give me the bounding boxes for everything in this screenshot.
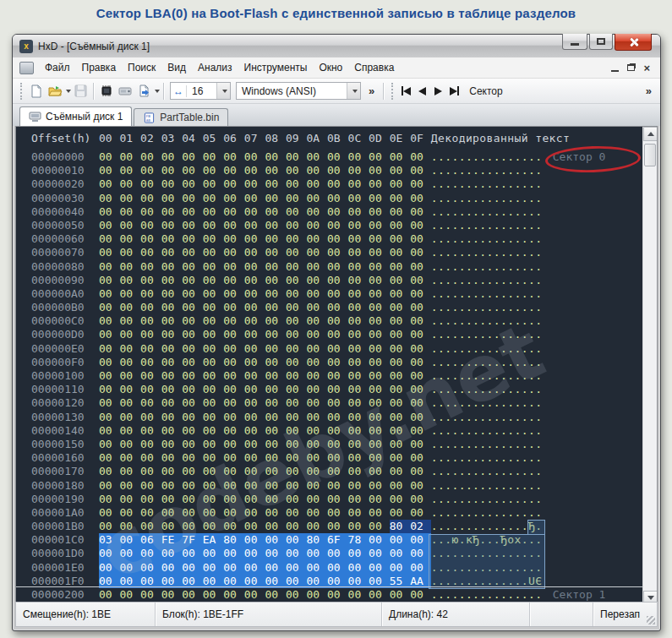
decoded-text[interactable]: ................ bbox=[431, 301, 544, 314]
hex-byte-cell[interactable]: 00 bbox=[348, 192, 369, 205]
hex-byte-cell[interactable]: 00 bbox=[120, 328, 141, 341]
hex-byte-cell[interactable]: 00 bbox=[203, 588, 224, 602]
hex-byte-cell[interactable]: 00 bbox=[306, 192, 327, 205]
hex-byte-cell[interactable]: 00 bbox=[161, 314, 183, 328]
hex-byte-cell[interactable]: 00 bbox=[120, 588, 141, 602]
decoded-text[interactable]: ................ bbox=[431, 150, 544, 164]
new-file-button[interactable] bbox=[27, 82, 46, 101]
hex-byte-cell[interactable]: 00 bbox=[390, 274, 411, 287]
hex-byte-cell[interactable]: 00 bbox=[120, 561, 141, 575]
hex-byte-cell[interactable]: 00 bbox=[390, 232, 411, 246]
hex-byte-cell[interactable]: 00 bbox=[182, 356, 203, 369]
hex-byte-cell[interactable]: 00 bbox=[120, 301, 141, 314]
hex-byte-cell[interactable]: 00 bbox=[348, 287, 369, 301]
hex-byte-cell[interactable]: 00 bbox=[327, 493, 348, 506]
hex-byte-cell[interactable]: 00 bbox=[410, 396, 431, 410]
decoded-text[interactable]: ................ bbox=[431, 314, 544, 328]
hex-byte-cell[interactable]: 00 bbox=[161, 246, 183, 259]
hex-byte-cell[interactable]: 00 bbox=[182, 301, 203, 314]
hex-byte-cell[interactable]: 00 bbox=[182, 369, 203, 383]
hex-byte-cell[interactable]: 00 bbox=[244, 451, 265, 465]
hex-byte-cell[interactable]: 06 bbox=[140, 533, 161, 547]
hex-byte-cell[interactable]: 00 bbox=[410, 192, 431, 205]
hex-byte-cell[interactable]: 00 bbox=[182, 219, 203, 232]
hex-byte-cell[interactable]: 00 bbox=[286, 192, 307, 205]
hex-byte-cell[interactable]: 00 bbox=[203, 411, 224, 424]
hex-byte-cell[interactable]: 00 bbox=[140, 547, 161, 560]
hex-byte-cell[interactable]: 00 bbox=[410, 287, 431, 301]
hex-byte-cell[interactable]: 00 bbox=[140, 287, 161, 301]
decoded-text[interactable]: ................ bbox=[431, 287, 544, 301]
hex-byte-cell[interactable]: 00 bbox=[327, 301, 348, 314]
hex-byte-cell[interactable]: 00 bbox=[369, 520, 390, 533]
hex-byte-cell[interactable]: 00 bbox=[348, 479, 369, 493]
hex-byte-cell[interactable]: 00 bbox=[327, 424, 348, 438]
hex-byte-cell[interactable]: 00 bbox=[265, 438, 286, 451]
hex-byte-cell[interactable]: 00 bbox=[223, 396, 244, 410]
hex-byte-cell[interactable]: 00 bbox=[286, 356, 307, 369]
maximize-button[interactable] bbox=[589, 34, 613, 50]
hex-byte-cell[interactable]: 00 bbox=[369, 451, 390, 465]
hex-byte-cell[interactable]: 00 bbox=[286, 424, 307, 438]
hex-byte-cell[interactable]: 00 bbox=[140, 465, 161, 478]
decoded-text[interactable]: ................ bbox=[431, 465, 544, 478]
close-button[interactable] bbox=[615, 34, 652, 51]
hex-byte-cell[interactable]: 00 bbox=[410, 260, 431, 274]
hex-byte-cell[interactable]: 00 bbox=[182, 192, 203, 205]
decoded-text[interactable]: ................ bbox=[431, 479, 544, 493]
hex-byte-cell[interactable]: 00 bbox=[286, 411, 307, 424]
hex-byte-cell[interactable]: 00 bbox=[244, 232, 265, 246]
hex-byte-cell[interactable]: 00 bbox=[99, 164, 120, 177]
hex-byte-cell[interactable]: 00 bbox=[203, 479, 224, 493]
hex-byte-cell[interactable]: 00 bbox=[182, 479, 203, 493]
bytes-per-row-dropdown[interactable] bbox=[216, 83, 230, 99]
hex-byte-cell[interactable]: 00 bbox=[203, 356, 224, 369]
hex-byte-cell[interactable]: 00 bbox=[244, 411, 265, 424]
hex-byte-cell[interactable]: 00 bbox=[369, 219, 390, 232]
export-button[interactable] bbox=[134, 82, 153, 101]
hex-byte-cell[interactable]: 00 bbox=[223, 287, 244, 301]
hex-byte-cell[interactable]: 00 bbox=[99, 274, 120, 287]
hex-byte-cell[interactable]: 00 bbox=[99, 369, 120, 383]
encoding-dropdown[interactable] bbox=[347, 83, 360, 99]
hex-byte-cell[interactable]: 00 bbox=[244, 177, 265, 191]
hex-byte-cell[interactable]: 00 bbox=[161, 356, 183, 369]
hex-byte-cell[interactable]: 00 bbox=[244, 438, 265, 451]
hex-byte-cell[interactable]: 00 bbox=[161, 287, 183, 301]
hex-byte-cell[interactable]: 00 bbox=[327, 232, 348, 246]
hex-byte-cell[interactable]: 00 bbox=[99, 192, 120, 205]
hex-byte-cell[interactable]: 00 bbox=[286, 438, 307, 451]
hex-byte-cell[interactable]: 00 bbox=[140, 342, 161, 356]
hex-byte-cell[interactable]: 00 bbox=[203, 424, 224, 438]
decoded-text[interactable]: ................ bbox=[431, 192, 544, 205]
hex-byte-cell[interactable]: 00 bbox=[120, 287, 141, 301]
hex-byte-cell[interactable]: 00 bbox=[265, 205, 286, 219]
decoded-text[interactable]: ................ bbox=[431, 506, 544, 520]
hex-byte-cell[interactable]: 00 bbox=[390, 150, 411, 164]
hex-byte-cell[interactable]: 00 bbox=[306, 232, 327, 246]
hex-byte-cell[interactable]: 00 bbox=[203, 451, 224, 465]
hex-byte-cell[interactable]: 00 bbox=[306, 411, 327, 424]
hex-byte-cell[interactable]: 00 bbox=[120, 246, 141, 259]
hex-byte-cell[interactable]: 00 bbox=[286, 232, 307, 246]
titlebar[interactable]: x HxD - [Съёмный диск 1] bbox=[13, 35, 660, 57]
hex-byte-cell[interactable]: 00 bbox=[244, 246, 265, 259]
hex-byte-cell[interactable]: 00 bbox=[203, 177, 224, 191]
hex-byte-cell[interactable]: 00 bbox=[390, 369, 411, 383]
hex-byte-cell[interactable]: 80 bbox=[306, 533, 327, 547]
decoded-text[interactable]: ................ bbox=[431, 219, 544, 232]
hex-byte-cell[interactable]: 00 bbox=[369, 561, 390, 575]
hex-byte-cell[interactable]: 00 bbox=[203, 246, 224, 259]
hex-byte-cell[interactable]: 00 bbox=[161, 561, 183, 575]
hex-byte-cell[interactable]: 00 bbox=[348, 342, 369, 356]
bytes-per-row-combo[interactable]: ↔ 16 bbox=[170, 82, 231, 100]
hex-byte-cell[interactable]: 00 bbox=[161, 177, 183, 191]
scrollbar-thumb[interactable] bbox=[644, 144, 656, 166]
last-sector-button[interactable] bbox=[446, 83, 462, 100]
hex-byte-cell[interactable]: 00 bbox=[120, 451, 141, 465]
hex-byte-cell[interactable]: 00 bbox=[182, 411, 203, 424]
hex-byte-cell[interactable]: 00 bbox=[327, 205, 348, 219]
hex-byte-cell[interactable]: 00 bbox=[369, 479, 390, 493]
hex-byte-cell[interactable]: 00 bbox=[348, 150, 369, 164]
hex-byte-cell[interactable]: 00 bbox=[203, 301, 224, 314]
